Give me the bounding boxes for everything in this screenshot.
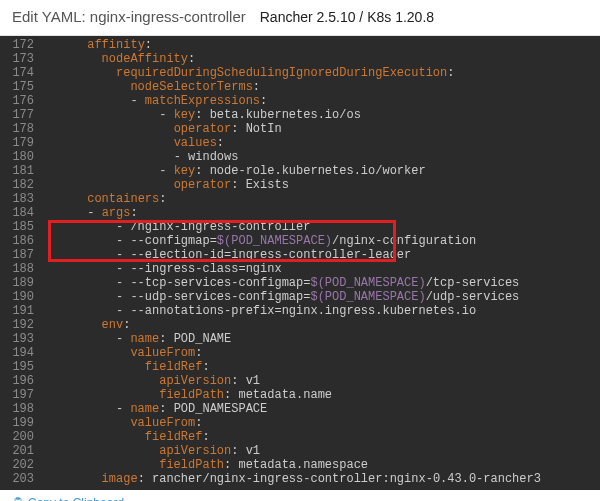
line-number: 185 (0, 220, 44, 234)
line-content[interactable]: operator: NotIn (44, 122, 600, 136)
code-line[interactable]: 175 nodeSelectorTerms: (0, 80, 600, 94)
code-line[interactable]: 188 - --ingress-class=nginx (0, 262, 600, 276)
line-number: 183 (0, 192, 44, 206)
version-label: Rancher 2.5.10 / K8s 1.20.8 (260, 9, 434, 25)
line-content[interactable]: - name: POD_NAME (44, 332, 600, 346)
code-line[interactable]: 185 - /nginx-ingress-controller (0, 220, 600, 234)
code-line[interactable]: 172 affinity: (0, 38, 600, 52)
line-content[interactable]: - key: node-role.kubernetes.io/worker (44, 164, 600, 178)
line-number: 182 (0, 178, 44, 192)
code-line[interactable]: 202 fieldPath: metadata.namespace (0, 458, 600, 472)
code-line[interactable]: 178 operator: NotIn (0, 122, 600, 136)
line-number: 173 (0, 52, 44, 66)
code-line[interactable]: 201 apiVersion: v1 (0, 444, 600, 458)
code-line[interactable]: 174 requiredDuringSchedulingIgnoredDurin… (0, 66, 600, 80)
code-line[interactable]: 192 env: (0, 318, 600, 332)
line-content[interactable]: - matchExpressions: (44, 94, 600, 108)
page-title: Edit YAML: nginx-ingress-controller (12, 8, 246, 25)
yaml-editor[interactable]: 172 affinity:173 nodeAffinity:174 requir… (0, 36, 600, 490)
code-line[interactable]: 183 containers: (0, 192, 600, 206)
code-line[interactable]: 190 - --udp-services-configmap=$(POD_NAM… (0, 290, 600, 304)
line-content[interactable]: image: rancher/nginx-ingress-controller:… (44, 472, 600, 486)
code-line[interactable]: 187 - --election-id=ingress-controller-l… (0, 248, 600, 262)
line-number: 180 (0, 150, 44, 164)
line-number: 193 (0, 332, 44, 346)
editor-header: Edit YAML: nginx-ingress-controller Ranc… (0, 0, 600, 36)
code-line[interactable]: 177 - key: beta.kubernetes.io/os (0, 108, 600, 122)
line-content[interactable]: - args: (44, 206, 600, 220)
line-number: 179 (0, 136, 44, 150)
line-content[interactable]: - windows (44, 150, 600, 164)
line-content[interactable]: - key: beta.kubernetes.io/os (44, 108, 600, 122)
line-content[interactable]: - /nginx-ingress-controller (44, 220, 600, 234)
clipboard-icon (12, 497, 24, 501)
code-line[interactable]: 189 - --tcp-services-configmap=$(POD_NAM… (0, 276, 600, 290)
line-content[interactable]: affinity: (44, 38, 600, 52)
copy-to-clipboard-button[interactable]: Copy to Clipboard (12, 496, 124, 501)
code-line[interactable]: 176 - matchExpressions: (0, 94, 600, 108)
code-line[interactable]: 198 - name: POD_NAMESPACE (0, 402, 600, 416)
code-line[interactable]: 182 operator: Exists (0, 178, 600, 192)
editor-footer: Copy to Clipboard (0, 490, 600, 501)
line-number: 191 (0, 304, 44, 318)
line-content[interactable]: - --annotations-prefix=nginx.ingress.kub… (44, 304, 600, 318)
line-content[interactable]: valueFrom: (44, 346, 600, 360)
code-line[interactable]: 195 fieldRef: (0, 360, 600, 374)
line-number: 201 (0, 444, 44, 458)
line-content[interactable]: fieldRef: (44, 360, 600, 374)
line-content[interactable]: containers: (44, 192, 600, 206)
line-content[interactable]: fieldRef: (44, 430, 600, 444)
line-content[interactable]: valueFrom: (44, 416, 600, 430)
line-number: 174 (0, 66, 44, 80)
copy-label: Copy to Clipboard (28, 496, 124, 501)
code-line[interactable]: 193 - name: POD_NAME (0, 332, 600, 346)
line-number: 198 (0, 402, 44, 416)
line-number: 178 (0, 122, 44, 136)
line-content[interactable]: requiredDuringSchedulingIgnoredDuringExe… (44, 66, 600, 80)
line-number: 194 (0, 346, 44, 360)
line-number: 176 (0, 94, 44, 108)
line-number: 192 (0, 318, 44, 332)
line-content[interactable]: operator: Exists (44, 178, 600, 192)
line-number: 175 (0, 80, 44, 94)
line-number: 188 (0, 262, 44, 276)
code-line[interactable]: 173 nodeAffinity: (0, 52, 600, 66)
line-content[interactable]: - name: POD_NAMESPACE (44, 402, 600, 416)
line-number: 203 (0, 472, 44, 486)
line-content[interactable]: - --udp-services-configmap=$(POD_NAMESPA… (44, 290, 600, 304)
line-number: 187 (0, 248, 44, 262)
code-line[interactable]: 191 - --annotations-prefix=nginx.ingress… (0, 304, 600, 318)
code-line[interactable]: 179 values: (0, 136, 600, 150)
line-content[interactable]: - --election-id=ingress-controller-leade… (44, 248, 600, 262)
line-content[interactable]: apiVersion: v1 (44, 444, 600, 458)
code-line[interactable]: 184 - args: (0, 206, 600, 220)
code-line[interactable]: 196 apiVersion: v1 (0, 374, 600, 388)
code-line[interactable]: 194 valueFrom: (0, 346, 600, 360)
line-content[interactable]: env: (44, 318, 600, 332)
line-content[interactable]: fieldPath: metadata.name (44, 388, 600, 402)
line-number: 199 (0, 416, 44, 430)
line-number: 195 (0, 360, 44, 374)
line-content[interactable]: - --configmap=$(POD_NAMESPACE)/nginx-con… (44, 234, 600, 248)
code-line[interactable]: 186 - --configmap=$(POD_NAMESPACE)/nginx… (0, 234, 600, 248)
line-content[interactable]: nodeSelectorTerms: (44, 80, 600, 94)
code-line[interactable]: 197 fieldPath: metadata.name (0, 388, 600, 402)
title-prefix: Edit YAML: (12, 8, 86, 25)
line-number: 177 (0, 108, 44, 122)
line-content[interactable]: - --tcp-services-configmap=$(POD_NAMESPA… (44, 276, 600, 290)
code-line[interactable]: 203 image: rancher/nginx-ingress-control… (0, 472, 600, 486)
line-content[interactable]: values: (44, 136, 600, 150)
line-number: 197 (0, 388, 44, 402)
line-content[interactable]: fieldPath: metadata.namespace (44, 458, 600, 472)
line-number: 184 (0, 206, 44, 220)
line-number: 190 (0, 290, 44, 304)
code-line[interactable]: 180 - windows (0, 150, 600, 164)
line-content[interactable]: nodeAffinity: (44, 52, 600, 66)
code-line[interactable]: 200 fieldRef: (0, 430, 600, 444)
line-content[interactable]: apiVersion: v1 (44, 374, 600, 388)
line-number: 186 (0, 234, 44, 248)
code-line[interactable]: 181 - key: node-role.kubernetes.io/worke… (0, 164, 600, 178)
line-number: 189 (0, 276, 44, 290)
code-line[interactable]: 199 valueFrom: (0, 416, 600, 430)
line-content[interactable]: - --ingress-class=nginx (44, 262, 600, 276)
